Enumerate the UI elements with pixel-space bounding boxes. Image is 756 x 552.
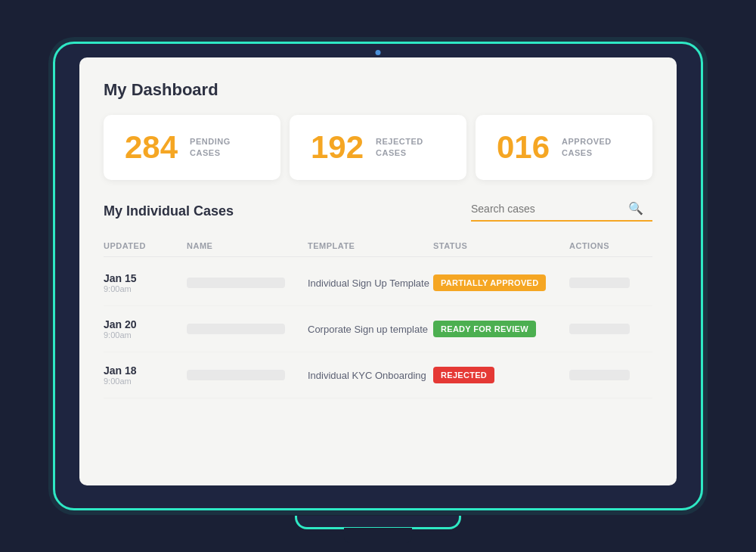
action-placeholder: [569, 324, 630, 334]
template-text: Individual Sign Up Template: [308, 278, 433, 289]
date-main: Jan 15: [104, 272, 187, 284]
date-main: Jan 20: [104, 318, 187, 330]
name-cell: [187, 278, 308, 288]
laptop-frame: My Dashboard 284 PENDINGCASES 192 REJECT…: [53, 42, 703, 510]
table-row[interactable]: Jan 18 9:00am Individual KYC Onboarding …: [104, 352, 652, 398]
stat-label-rejected: REJECTEDCASES: [376, 136, 423, 160]
table-row[interactable]: Jan 20 9:00am Corporate Sign up template…: [104, 306, 652, 352]
name-cell: [187, 370, 308, 380]
date-main: Jan 18: [104, 364, 187, 377]
date-time: 9:00am: [104, 330, 187, 340]
date-time: 9:00am: [104, 377, 187, 386]
date-cell: Jan 15 9:00am: [104, 272, 187, 293]
date-cell: Jan 18 9:00am: [104, 364, 187, 386]
status-cell: PARTIALLY APPROVED: [433, 274, 569, 291]
stats-row: 284 PENDINGCASES 192 REJECTEDCASES 016 A…: [104, 115, 652, 180]
search-icon: 🔍: [628, 201, 643, 216]
stat-card-pending: 284 PENDINGCASES: [104, 115, 280, 180]
screen: My Dashboard 284 PENDINGCASES 192 REJECT…: [79, 57, 677, 485]
stat-label-approved: APPROVEDCASES: [562, 136, 612, 160]
action-cell[interactable]: [569, 278, 652, 288]
stat-label-pending: PENDINGCASES: [190, 136, 231, 160]
name-placeholder: [187, 324, 285, 334]
template-text: Individual KYC Onboarding: [308, 370, 433, 381]
name-placeholder: [187, 370, 285, 380]
stat-number-approved: 016: [497, 132, 550, 163]
col-header-template: TEMPLATE: [308, 241, 433, 250]
date-cell: Jan 20 9:00am: [104, 318, 187, 340]
col-header-updated: UPDATED: [104, 241, 187, 250]
status-cell: READY FOR REVIEW: [433, 321, 569, 337]
stat-card-approved: 016 APPROVEDCASES: [476, 115, 652, 180]
date-time: 9:00am: [104, 284, 187, 293]
action-cell[interactable]: [569, 324, 652, 334]
col-header-status: STATUS: [433, 241, 569, 250]
status-badge: READY FOR REVIEW: [433, 321, 536, 337]
status-badge: REJECTED: [433, 367, 494, 383]
stat-card-rejected: 192 REJECTEDCASES: [290, 115, 466, 180]
table-rows-container: Jan 15 9:00am Individual Sign Up Templat…: [104, 260, 652, 398]
action-cell[interactable]: [569, 370, 652, 380]
col-header-actions: ACTIONS: [569, 241, 652, 250]
status-cell: REJECTED: [433, 367, 569, 383]
action-placeholder: [569, 370, 630, 380]
section-title: My Individual Cases: [104, 203, 234, 219]
stat-number-rejected: 192: [311, 132, 364, 163]
dashboard-title: My Dashboard: [104, 80, 652, 100]
stat-number-pending: 284: [125, 132, 178, 163]
table-header: UPDATED NAME TEMPLATE STATUS ACTIONS: [104, 235, 652, 257]
search-box[interactable]: 🔍: [471, 201, 652, 222]
status-badge: PARTIALLY APPROVED: [433, 274, 546, 291]
action-placeholder: [569, 278, 630, 288]
search-input[interactable]: [471, 203, 622, 215]
name-cell: [187, 324, 308, 334]
name-placeholder: [187, 278, 285, 288]
section-header: My Individual Cases 🔍: [104, 201, 652, 222]
template-text: Corporate Sign up template: [308, 324, 433, 335]
laptop-stand: [344, 528, 412, 543]
table-row[interactable]: Jan 15 9:00am Individual Sign Up Templat…: [104, 260, 652, 306]
camera-dot: [376, 50, 381, 55]
col-header-name: NAME: [187, 241, 308, 250]
